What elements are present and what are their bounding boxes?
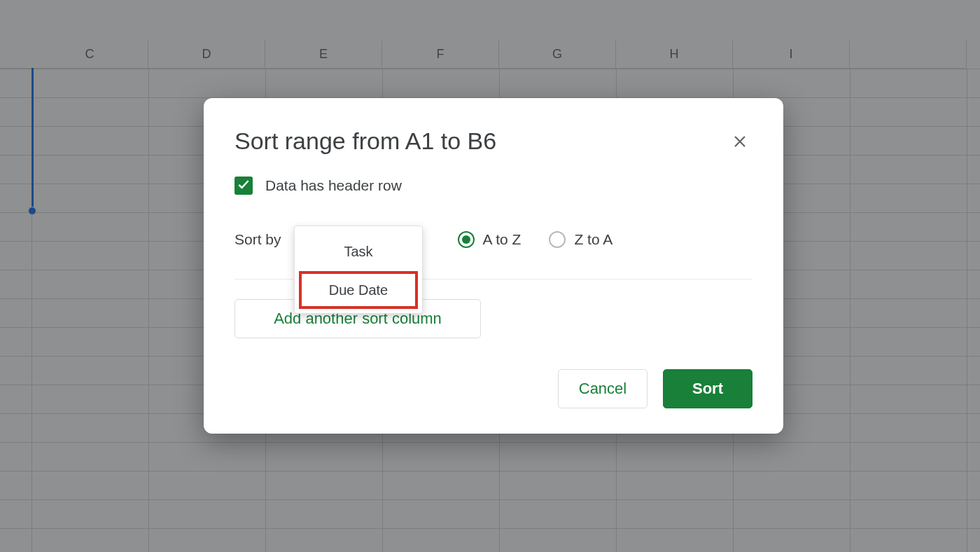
close-button[interactable] [727, 130, 752, 156]
header-row-checkbox[interactable] [234, 177, 253, 195]
header-row-checkbox-label: Data has header row [265, 177, 402, 194]
cancel-button[interactable]: Cancel [558, 369, 648, 408]
check-icon [237, 177, 251, 195]
close-icon [732, 134, 748, 152]
sort-column-dropdown-menu: Task Due Date [294, 226, 423, 314]
cancel-label: Cancel [579, 380, 626, 398]
radio-icon [549, 231, 566, 248]
sort-direction-group: A to Z Z to A [458, 231, 613, 248]
radio-label: A to Z [483, 231, 522, 248]
dropdown-option-due-date[interactable]: Due Date [299, 271, 418, 309]
dialog-title: Sort range from A1 to B6 [234, 127, 496, 155]
sort-by-label: Sort by [234, 231, 281, 248]
radio-z-to-a[interactable]: Z to A [549, 231, 612, 248]
radio-a-to-z[interactable]: A to Z [458, 231, 522, 248]
sort-label: Sort [692, 380, 723, 398]
sort-button[interactable]: Sort [663, 369, 752, 408]
radio-icon [458, 231, 475, 248]
radio-label: Z to A [574, 231, 612, 248]
dropdown-option-task[interactable]: Task [295, 233, 422, 270]
sort-range-dialog: Sort range from A1 to B6 Data has header… [204, 98, 783, 434]
